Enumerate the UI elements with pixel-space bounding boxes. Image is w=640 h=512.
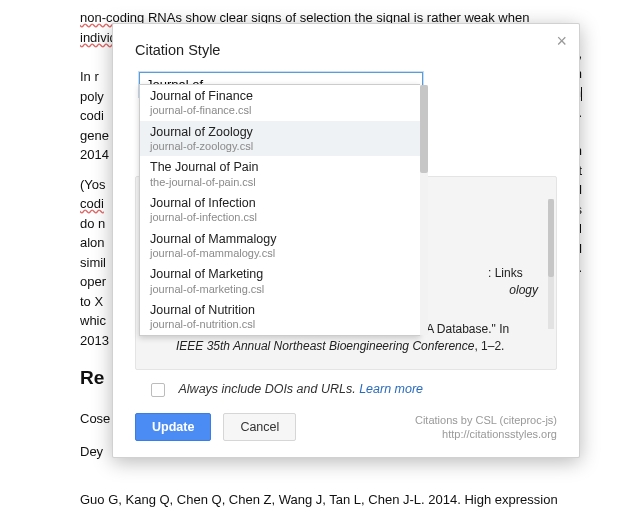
- autocomplete-item-title: Journal of Infection: [150, 196, 410, 211]
- autocomplete-item-file: the-journal-of-pain.csl: [150, 176, 410, 189]
- autocomplete-item[interactable]: Journal of Infectionjournal-of-infection…: [140, 192, 420, 228]
- autocomplete-item[interactable]: The Journal of Painthe-journal-of-pain.c…: [140, 156, 420, 192]
- cancel-button[interactable]: Cancel: [223, 413, 296, 441]
- learn-more-link[interactable]: Learn more: [359, 382, 423, 396]
- autocomplete-item[interactable]: Journal of Financejournal-of-finance.csl: [140, 85, 420, 121]
- autocomplete-item[interactable]: Journal of Marketingjournal-of-marketing…: [140, 263, 420, 299]
- citation-style-dialog: × Citation Style Chicago M The author-da…: [112, 23, 580, 458]
- autocomplete-item-title: The Journal of Pain: [150, 160, 410, 175]
- autocomplete-item[interactable]: Journal of Mammalogyjournal-of-mammalogy…: [140, 228, 420, 264]
- doi-checkbox[interactable]: [151, 383, 165, 397]
- doi-label: Always include DOIs and URLs.: [178, 382, 355, 396]
- autocomplete-item-title: Journal of Nutrition: [150, 303, 410, 318]
- close-icon[interactable]: ×: [556, 32, 567, 50]
- autocomplete-item[interactable]: Journal of Zoologyjournal-of-zoology.csl: [140, 121, 420, 157]
- update-button[interactable]: Update: [135, 413, 211, 441]
- autocomplete-item-title: Journal of Mammalogy: [150, 232, 410, 247]
- doi-option-row[interactable]: Always include DOIs and URLs. Learn more: [151, 382, 557, 397]
- autocomplete-item-file: journal-of-infection.csl: [150, 211, 410, 224]
- credit-text: Citations by CSL (citeproc-js) http://ci…: [415, 413, 557, 442]
- autocomplete-item[interactable]: Journal of Nutritionjournal-of-nutrition…: [140, 299, 420, 335]
- autocomplete-item-file: journal-of-nutrition.csl: [150, 318, 410, 331]
- autocomplete-item-title: Journal of Marketing: [150, 267, 410, 282]
- autocomplete-item-file: journal-of-mammalogy.csl: [150, 247, 410, 260]
- autocomplete-scrollbar[interactable]: [420, 85, 428, 335]
- autocomplete-item-title: Journal of Zoology: [150, 125, 410, 140]
- style-autocomplete: Journal of Financejournal-of-finance.csl…: [139, 84, 420, 336]
- autocomplete-item-file: journal-of-finance.csl: [150, 104, 410, 117]
- autocomplete-item-title: Journal of Finance: [150, 89, 410, 104]
- preview-scrollbar[interactable]: [548, 199, 554, 329]
- autocomplete-item-file: journal-of-marketing.csl: [150, 283, 410, 296]
- dialog-title: Citation Style: [135, 42, 557, 58]
- autocomplete-item-file: journal-of-zoology.csl: [150, 140, 410, 153]
